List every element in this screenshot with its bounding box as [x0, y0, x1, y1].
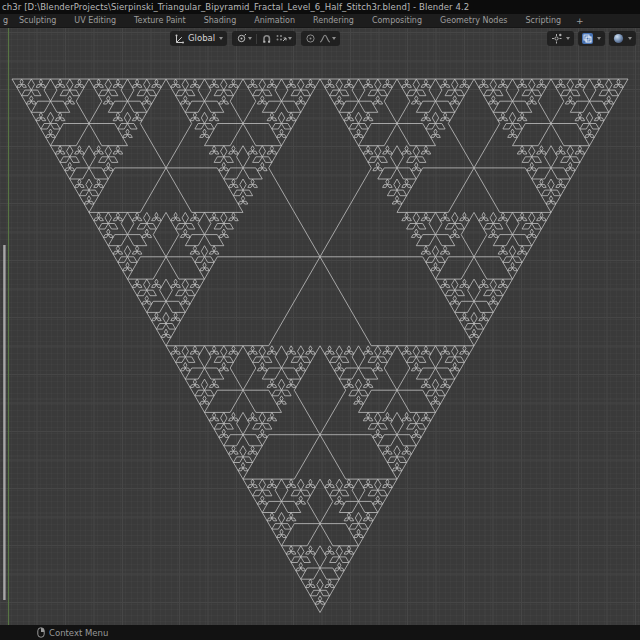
workspace-tab-compositing[interactable]: Compositing: [363, 14, 431, 27]
workspace-tab-texture-paint[interactable]: Texture Paint: [125, 14, 195, 27]
viewport-header-right: [547, 31, 636, 46]
show-gizmos-icon: [551, 33, 562, 44]
grid-lines: [0, 28, 640, 625]
window-titlebar[interactable]: ch3r [D:\BlenderProjects\Sierpinski_Tria…: [0, 0, 640, 14]
left-vertical-edge: [3, 245, 5, 600]
toggle-xray-icon: [583, 34, 592, 43]
show-gizmos-dropdown[interactable]: [547, 31, 574, 46]
snap-increment-icon: [275, 33, 287, 44]
viewport-shading-group: [609, 31, 636, 46]
viewport-3d[interactable]: Global: [0, 28, 640, 625]
workspace-tab-uv-editing[interactable]: UV Editing: [65, 14, 125, 27]
add-workspace-button[interactable]: +: [570, 14, 590, 27]
proportional-editing-icon[interactable]: [305, 33, 316, 44]
viewport-canvas[interactable]: [0, 28, 640, 625]
pivot-point-icon: [236, 33, 247, 44]
chevron-down-icon: [628, 37, 632, 40]
xray-toggle-group: [578, 31, 605, 46]
workspace-tab-rendering[interactable]: Rendering: [304, 14, 363, 27]
workspace-tab-partial[interactable]: g: [0, 14, 10, 27]
status-bar: Context Menu: [0, 625, 640, 640]
transform-orientation-dropdown[interactable]: Global: [170, 31, 227, 46]
proportional-falloff-dropdown[interactable]: [319, 33, 336, 44]
chevron-down-icon: [288, 37, 292, 40]
workspace-tab-geometry-nodes[interactable]: Geometry Nodes: [431, 14, 516, 27]
chevron-down-icon: [597, 37, 601, 40]
viewport-header-left: Global: [170, 31, 340, 46]
workspace-tab-scripting[interactable]: Scripting: [517, 14, 571, 27]
snap-magnet-icon[interactable]: [261, 33, 272, 44]
pivot-point-dropdown[interactable]: [236, 33, 252, 44]
transform-orientation-icon: [174, 33, 185, 44]
status-hint: Context Menu: [49, 628, 108, 638]
blender-window: ch3r [D:\BlenderProjects\Sierpinski_Tria…: [0, 0, 640, 640]
chevron-down-icon: [248, 37, 252, 40]
toggle-xray-button[interactable]: [582, 33, 593, 44]
chevron-down-icon: [332, 37, 336, 40]
workspace-tabbar: g SculptingUV EditingTexture PaintShadin…: [0, 14, 640, 28]
proportional-editing-group: [301, 31, 340, 46]
snap-settings-dropdown[interactable]: [275, 33, 292, 44]
workspace-tabs: SculptingUV EditingTexture PaintShadingA…: [10, 14, 570, 27]
workspace-tab-sculpting[interactable]: Sculpting: [10, 14, 65, 27]
window-title: ch3r [D:\BlenderProjects\Sierpinski_Tria…: [2, 2, 469, 12]
workspace-tab-shading[interactable]: Shading: [195, 14, 246, 27]
falloff-curve-icon: [319, 33, 331, 44]
viewport-shading-sphere-icon[interactable]: [613, 33, 624, 44]
chevron-down-icon: [566, 37, 570, 40]
separator: [256, 34, 257, 44]
chevron-down-icon: [219, 37, 223, 40]
mouse-right-click-icon: [37, 627, 45, 638]
workspace-tab-animation[interactable]: Animation: [245, 14, 304, 27]
pivot-snap-group: [232, 31, 296, 46]
orientation-label: Global: [188, 34, 215, 43]
